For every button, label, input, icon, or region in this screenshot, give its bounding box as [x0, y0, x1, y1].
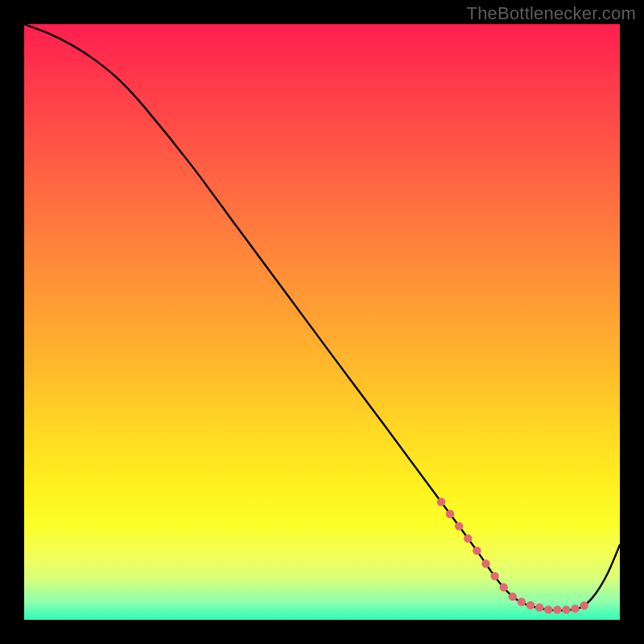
- chart-stage: TheBottlenecker.com: [0, 0, 644, 644]
- curve-dot: [490, 572, 498, 580]
- curve-layer: [24, 24, 620, 620]
- curve-dot: [562, 605, 570, 613]
- curve-dot: [446, 510, 454, 518]
- curve-dot: [455, 522, 463, 530]
- curve-dot: [481, 559, 489, 568]
- curve-path: [24, 24, 620, 610]
- curve-dot: [500, 583, 508, 591]
- curve-dot: [464, 535, 472, 543]
- curve-dot: [553, 605, 561, 613]
- curve-dot: [473, 547, 481, 555]
- curve-dots: [437, 497, 588, 613]
- plot-area: [24, 24, 620, 620]
- curve-dot: [526, 601, 535, 609]
- curve-dot: [571, 605, 579, 613]
- curve-dot: [437, 497, 445, 506]
- curve-dot: [544, 605, 552, 613]
- curve-dot: [509, 592, 517, 601]
- curve-dot: [518, 598, 526, 606]
- curve-dot: [580, 601, 588, 609]
- watermark: TheBottlenecker.com: [467, 3, 636, 24]
- curve-dot: [535, 603, 543, 611]
